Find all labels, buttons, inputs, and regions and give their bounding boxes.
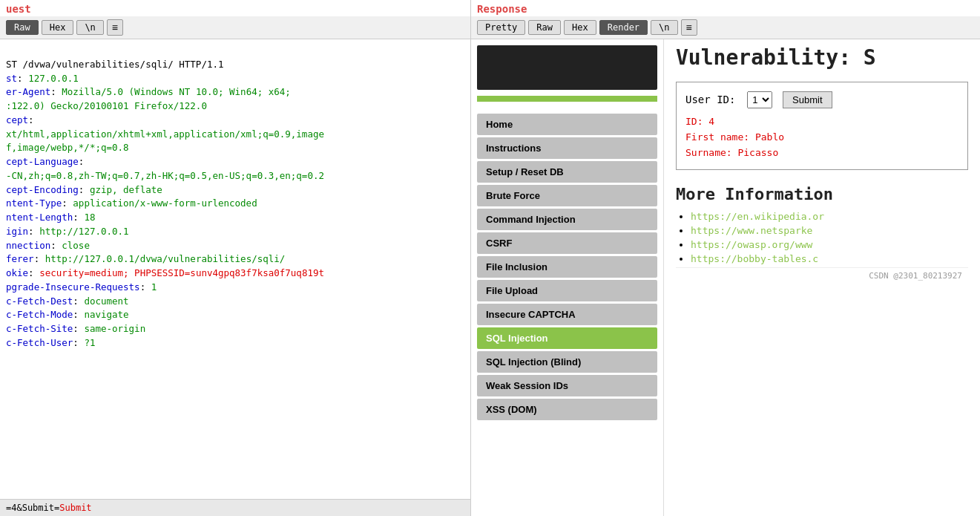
response-toolbar: Pretty Raw Hex Render \n ≡ [471,16,980,39]
nav-sql-injection[interactable]: SQL Injection [477,327,657,349]
sqli-result: ID: 4 First name: Pablo Surname: Picasso [685,114,958,160]
link-netsparker[interactable]: https://www.netsparke [691,225,812,236]
request-title: uest [0,0,470,16]
raw-button[interactable]: Raw [6,20,39,35]
request-toolbar: Raw Hex \n ≡ [0,16,470,39]
response-menu-button[interactable]: ≡ [681,19,697,36]
link-bobby-tables[interactable]: https://bobby-tables.c [691,253,818,264]
pretty-button[interactable]: Pretty [477,20,525,35]
response-title: Response [471,0,980,16]
nav-command-injection[interactable]: Command Injection [477,209,657,230]
menu-button[interactable]: ≡ [107,19,123,36]
request-body: ST /dvwa/vulnerabilities/sqli/ HTTP/1.1 … [0,39,470,499]
dvwa-header-bar [477,45,657,90]
more-info-links: https://en.wikipedia.or https://www.nets… [676,211,968,264]
more-info-title: More Information [676,185,968,203]
result-line1: ID: 4 [685,116,714,127]
nav-setup[interactable]: Setup / Reset DB [477,161,657,183]
nav-xss-dom[interactable]: XSS (DOM) [477,399,657,420]
newline-response-button[interactable]: \n [651,20,677,35]
result-line3: Surname: Picasso [685,147,778,158]
dvwa-sidebar: Home Instructions Setup / Reset DB Brute… [471,39,664,516]
submit-button[interactable]: Submit [783,91,832,108]
vulnerability-title: Vulnerability: S [676,45,968,70]
user-id-select[interactable]: 1 2 3 4 5 [747,91,772,108]
nav-file-inclusion[interactable]: File Inclusion [477,256,657,278]
hex-button[interactable]: Hex [42,20,74,35]
nav-instructions[interactable]: Instructions [477,137,657,159]
result-line2: First name: Pablo [685,131,784,143]
hex-response-button[interactable]: Hex [564,20,596,35]
request-footer: =4&Submit=Submit [0,499,470,516]
nav-home[interactable]: Home [477,114,657,135]
nav-insecure-captcha[interactable]: Insecure CAPTCHA [477,304,657,325]
dvwa-main: Vulnerability: S User ID: 1 2 3 4 5 Subm… [664,39,980,516]
nav-brute-force[interactable]: Brute Force [477,185,657,206]
user-id-label: User ID: [685,94,735,105]
newline-button[interactable]: \n [76,20,103,35]
nav-csrf[interactable]: CSRF [477,232,657,254]
link-wikipedia[interactable]: https://en.wikipedia.or [691,211,824,222]
raw-response-button[interactable]: Raw [528,20,561,35]
nav-sql-injection-blind[interactable]: SQL Injection (Blind) [477,351,657,373]
csdn-watermark: CSDN @2301_80213927 [676,267,968,284]
nav-weak-session-ids[interactable]: Weak Session IDs [477,375,657,396]
dvwa-green-bar [477,96,657,102]
render-button[interactable]: Render [599,20,648,35]
response-content: Home Instructions Setup / Reset DB Brute… [471,39,980,516]
nav-file-upload[interactable]: File Upload [477,280,657,301]
link-owasp[interactable]: https://owasp.org/www [691,239,812,250]
sqli-form: User ID: 1 2 3 4 5 Submit ID: 4 First na… [676,82,968,170]
